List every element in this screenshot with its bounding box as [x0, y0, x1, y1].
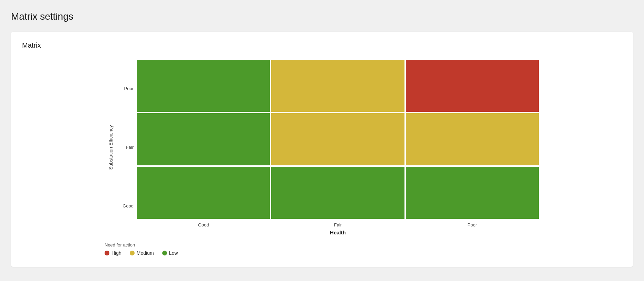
legend-dot-low [162, 251, 167, 255]
legend-item-medium: Medium [130, 250, 154, 256]
card-title: Matrix [22, 41, 622, 49]
matrix-grid [136, 59, 539, 220]
legend-items: High Medium Low [105, 250, 539, 256]
page-title: Matrix settings [11, 11, 633, 22]
cell-fair-good [136, 113, 271, 166]
legend-dot-high [105, 251, 109, 255]
matrix-inner: Substation Efficiency Poor Fair Good [105, 59, 539, 235]
y-axis-ticks: Poor Fair Good [118, 59, 136, 235]
legend-dot-medium [130, 251, 135, 255]
legend-label-medium: Medium [137, 250, 154, 256]
y-tick-fair: Fair [126, 120, 134, 174]
y-axis-label: Substation Efficiency [108, 125, 114, 170]
cell-poor-fair [271, 59, 405, 113]
y-tick-good: Good [123, 179, 134, 233]
x-tick-fair: Fair [271, 222, 405, 227]
matrix-container: Substation Efficiency Poor Fair Good [22, 59, 622, 256]
cell-good-good [136, 166, 271, 220]
y-tick-poor: Poor [124, 62, 134, 115]
legend-label-high: High [111, 250, 121, 256]
cell-poor-poor [405, 59, 539, 113]
grid-area: Good Fair Poor Health [136, 59, 539, 235]
legend-section: Need for action High Medium Low [105, 242, 539, 256]
cell-fair-poor [405, 113, 539, 166]
cell-fair-fair [271, 113, 405, 166]
legend-item-high: High [105, 250, 121, 256]
cell-poor-good [136, 59, 271, 113]
legend-item-low: Low [162, 250, 178, 256]
x-tick-good: Good [136, 222, 271, 227]
legend-title: Need for action [105, 242, 539, 248]
cell-good-poor [405, 166, 539, 220]
legend-label-low: Low [169, 250, 178, 256]
y-axis-label-container: Substation Efficiency [105, 59, 117, 235]
cell-good-fair [271, 166, 405, 220]
x-axis-label: Health [136, 230, 539, 235]
x-axis-ticks: Good Fair Poor [136, 222, 539, 227]
x-tick-poor: Poor [405, 222, 539, 227]
matrix-card: Matrix Substation Efficiency Poor Fair G… [11, 32, 633, 267]
